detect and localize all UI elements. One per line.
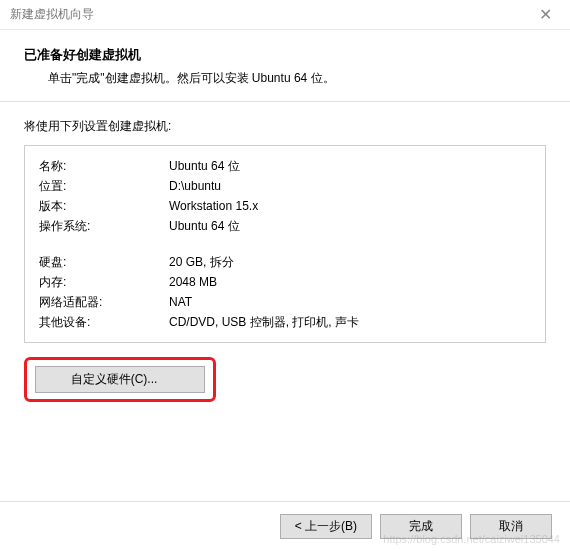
value-version: Workstation 15.x (169, 196, 531, 216)
value-memory: 2048 MB (169, 272, 531, 292)
wizard-header: 已准备好创建虚拟机 单击"完成"创建虚拟机。然后可以安装 Ubuntu 64 位… (0, 30, 570, 101)
label-network: 网络适配器: (39, 292, 169, 312)
close-button[interactable]: ✕ (530, 0, 560, 30)
page-subtitle: 单击"完成"创建虚拟机。然后可以安装 Ubuntu 64 位。 (24, 70, 546, 87)
settings-row-devices: 其他设备: CD/DVD, USB 控制器, 打印机, 声卡 (39, 312, 531, 332)
settings-row-os: 操作系统: Ubuntu 64 位 (39, 216, 531, 236)
label-disk: 硬盘: (39, 252, 169, 272)
label-devices: 其他设备: (39, 312, 169, 332)
settings-row-network: 网络适配器: NAT (39, 292, 531, 312)
label-version: 版本: (39, 196, 169, 216)
highlight-annotation: 自定义硬件(C)... (24, 357, 216, 402)
page-title: 已准备好创建虚拟机 (24, 46, 546, 64)
settings-summary-box: 名称: Ubuntu 64 位 位置: D:\ubuntu 版本: Workst… (24, 145, 546, 343)
label-name: 名称: (39, 156, 169, 176)
value-disk: 20 GB, 拆分 (169, 252, 531, 272)
settings-row-location: 位置: D:\ubuntu (39, 176, 531, 196)
back-button[interactable]: < 上一步(B) (280, 514, 372, 539)
close-icon: ✕ (539, 5, 552, 24)
label-os: 操作系统: (39, 216, 169, 236)
value-network: NAT (169, 292, 531, 312)
settings-row-disk: 硬盘: 20 GB, 拆分 (39, 252, 531, 272)
settings-row-version: 版本: Workstation 15.x (39, 196, 531, 216)
value-location: D:\ubuntu (169, 176, 531, 196)
label-memory: 内存: (39, 272, 169, 292)
value-os: Ubuntu 64 位 (169, 216, 531, 236)
customize-hardware-button[interactable]: 自定义硬件(C)... (35, 366, 205, 393)
value-devices: CD/DVD, USB 控制器, 打印机, 声卡 (169, 312, 531, 332)
settings-row-name: 名称: Ubuntu 64 位 (39, 156, 531, 176)
settings-section-label: 将使用下列设置创建虚拟机: (24, 118, 546, 135)
value-name: Ubuntu 64 位 (169, 156, 531, 176)
settings-row-memory: 内存: 2048 MB (39, 272, 531, 292)
label-location: 位置: (39, 176, 169, 196)
wizard-footer: < 上一步(B) 完成 取消 (0, 501, 570, 551)
window-title: 新建虚拟机向导 (10, 6, 94, 23)
finish-button[interactable]: 完成 (380, 514, 462, 539)
cancel-button[interactable]: 取消 (470, 514, 552, 539)
titlebar: 新建虚拟机向导 ✕ (0, 0, 570, 30)
content-area: 将使用下列设置创建虚拟机: 名称: Ubuntu 64 位 位置: D:\ubu… (0, 102, 570, 412)
